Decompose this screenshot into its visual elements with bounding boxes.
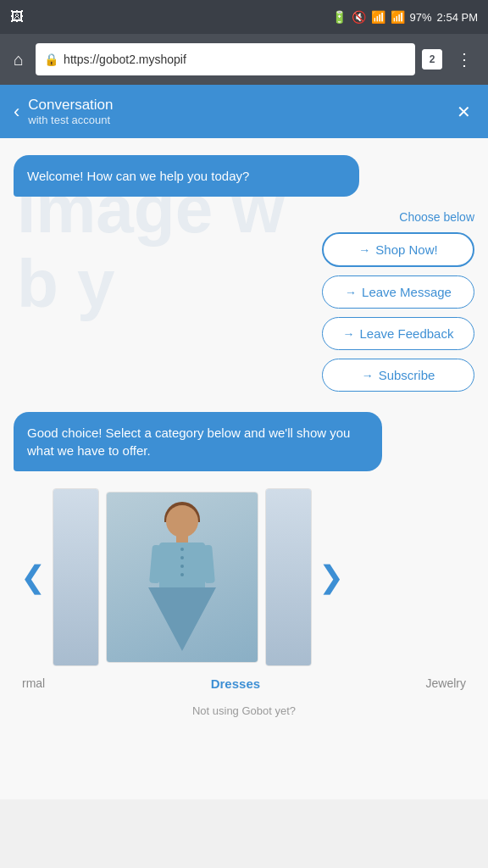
url-text: https://gobot2.myshopif [64, 53, 186, 66]
back-button[interactable]: ‹ [14, 101, 19, 123]
lock-icon: 🔒 [44, 53, 58, 66]
current-time: 2:54 PM [437, 11, 478, 24]
product-carousel: ❮ [14, 488, 474, 666]
chat-area: Image w b y Welcome! How can we help you… [0, 138, 488, 799]
carousel-left-arrow[interactable]: ❮ [14, 553, 53, 602]
choose-label: Choose below [14, 210, 474, 224]
chat-footer: Not using Gobot yet? [14, 698, 474, 724]
option-leave-message[interactable]: → Leave Message [322, 275, 474, 309]
carousel-item-dresses[interactable] [106, 492, 258, 663]
arrow-icon-1: → [358, 243, 370, 257]
status-right: 🔋 🔇 📶 📶 97% 2:54 PM [332, 10, 478, 24]
options-container: → Shop Now! → Leave Message → Leave Feed… [14, 232, 474, 392]
tab-badge[interactable]: 2 [422, 49, 442, 70]
option-leave-feedback[interactable]: → Leave Feedback [322, 317, 474, 350]
status-left: 🖼 [10, 9, 24, 25]
header-subtitle: with test account [28, 114, 453, 126]
home-button[interactable]: ⌂ [8, 45, 29, 75]
chat-header: ‹ Conversation with test account ✕ [0, 85, 488, 138]
carousel-right-arrow[interactable]: ❯ [312, 553, 351, 602]
category-right-label: Jewelry [426, 676, 466, 691]
mute-icon: 🔇 [352, 10, 366, 24]
header-title: Conversation [28, 97, 453, 114]
product-image [107, 492, 258, 662]
browser-bar: ⌂ 🔒 https://gobot2.myshopif 2 ⋮ [0, 34, 488, 85]
menu-dots-button[interactable]: ⋮ [449, 46, 480, 73]
battery-icon: 🔋 [332, 10, 347, 24]
header-text: Conversation with test account [28, 97, 453, 126]
bot-message-2: Good choice! Select a category below and… [14, 412, 382, 471]
status-bar: 🖼 🔋 🔇 📶 📶 97% 2:54 PM [0, 0, 488, 34]
wifi-icon: 📶 [371, 10, 385, 24]
arrow-icon-3: → [343, 327, 355, 341]
option-subscribe[interactable]: → Subscribe [322, 359, 474, 392]
arrow-icon-2: → [345, 286, 357, 299]
address-bar[interactable]: 🔒 https://gobot2.myshopif [36, 43, 415, 75]
category-center-label[interactable]: Dresses [211, 676, 260, 691]
battery-percent: 97% [410, 11, 432, 24]
signal-icon: 📶 [391, 10, 405, 24]
category-left-label: rmal [22, 676, 45, 691]
arrow-icon-4: → [362, 369, 374, 382]
option-shop-now[interactable]: → Shop Now! [322, 232, 474, 267]
image-icon: 🖼 [10, 9, 24, 25]
close-button[interactable]: ✕ [453, 98, 474, 125]
category-row: rmal Dresses Jewelry [14, 676, 474, 691]
bot-message-1: Welcome! How can we help you today? [14, 155, 359, 197]
